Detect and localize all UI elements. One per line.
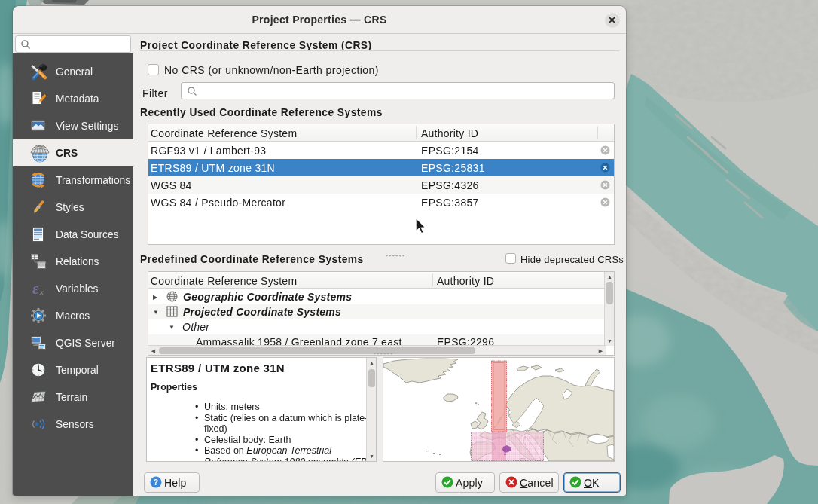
svg-text:ε: ε <box>32 280 39 296</box>
svg-text:x: x <box>39 287 44 296</box>
svg-text:?: ? <box>154 478 159 487</box>
